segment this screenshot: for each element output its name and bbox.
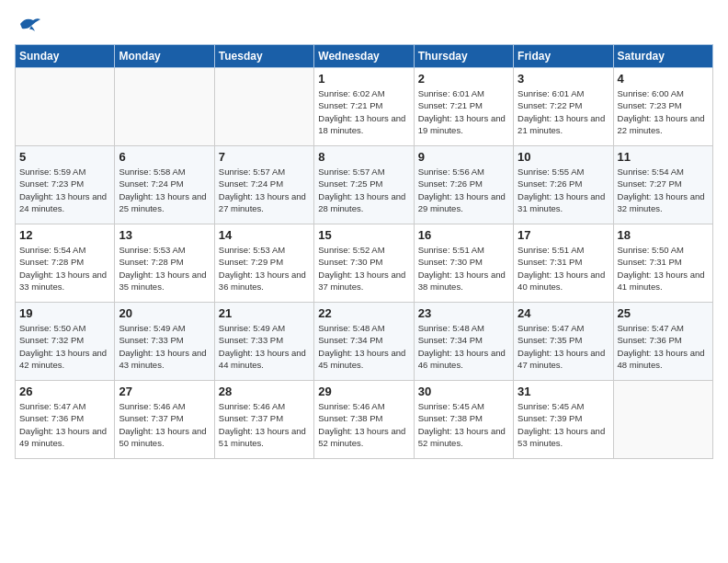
day-number: 9 [418, 150, 509, 164]
calendar-week-row: 12Sunrise: 5:54 AMSunset: 7:28 PMDayligh… [16, 224, 713, 303]
day-info: Sunrise: 6:02 AMSunset: 7:21 PMDaylight:… [318, 87, 409, 136]
day-number: 11 [618, 150, 709, 164]
day-info: Sunrise: 5:57 AMSunset: 7:25 PMDaylight:… [318, 166, 409, 214]
day-number: 19 [19, 306, 110, 320]
calendar-day-cell: 22Sunrise: 5:48 AMSunset: 7:34 PMDayligh… [314, 303, 414, 381]
logo-bird-icon [17, 15, 42, 33]
day-number: 22 [318, 306, 409, 320]
day-info: Sunrise: 5:53 AMSunset: 7:29 PMDaylight:… [219, 244, 310, 293]
day-number: 31 [518, 385, 609, 398]
day-info: Sunrise: 5:46 AMSunset: 7:37 PMDaylight:… [119, 400, 210, 449]
calendar-day-cell: 9Sunrise: 5:56 AMSunset: 7:26 PMDaylight… [414, 146, 513, 224]
day-info: Sunrise: 5:45 AMSunset: 7:38 PMDaylight:… [418, 400, 509, 449]
calendar-day-cell: 8Sunrise: 5:57 AMSunset: 7:25 PMDaylight… [314, 146, 414, 224]
calendar-day-cell [16, 68, 115, 146]
calendar-day-cell: 21Sunrise: 5:49 AMSunset: 7:33 PMDayligh… [214, 303, 313, 381]
day-info: Sunrise: 5:48 AMSunset: 7:34 PMDaylight:… [418, 322, 509, 371]
weekday-header-cell: Thursday [414, 45, 513, 68]
day-info: Sunrise: 5:53 AMSunset: 7:28 PMDaylight:… [119, 244, 210, 293]
weekday-header-cell: Monday [115, 45, 214, 68]
weekday-header-row: SundayMondayTuesdayWednesdayThursdayFrid… [16, 45, 713, 68]
day-number: 16 [418, 228, 509, 242]
calendar-day-cell: 6Sunrise: 5:58 AMSunset: 7:24 PMDaylight… [115, 146, 214, 224]
day-number: 6 [119, 150, 210, 164]
calendar-day-cell: 5Sunrise: 5:59 AMSunset: 7:23 PMDaylight… [16, 146, 115, 224]
calendar-week-row: 26Sunrise: 5:47 AMSunset: 7:36 PMDayligh… [16, 381, 713, 459]
day-number: 18 [618, 228, 709, 242]
day-info: Sunrise: 5:50 AMSunset: 7:31 PMDaylight:… [618, 244, 709, 293]
weekday-header-cell: Friday [514, 45, 613, 68]
day-info: Sunrise: 5:51 AMSunset: 7:30 PMDaylight:… [418, 244, 509, 293]
day-info: Sunrise: 5:46 AMSunset: 7:37 PMDaylight:… [219, 400, 310, 449]
calendar-day-cell: 27Sunrise: 5:46 AMSunset: 7:37 PMDayligh… [115, 381, 214, 459]
calendar-day-cell: 16Sunrise: 5:51 AMSunset: 7:30 PMDayligh… [414, 224, 513, 303]
calendar-day-cell: 18Sunrise: 5:50 AMSunset: 7:31 PMDayligh… [613, 224, 712, 303]
day-info: Sunrise: 5:45 AMSunset: 7:39 PMDaylight:… [518, 400, 609, 449]
day-number: 26 [19, 385, 110, 398]
calendar-day-cell [613, 381, 712, 459]
calendar-day-cell: 26Sunrise: 5:47 AMSunset: 7:36 PMDayligh… [16, 381, 115, 459]
day-number: 3 [518, 72, 609, 86]
day-info: Sunrise: 5:58 AMSunset: 7:24 PMDaylight:… [119, 166, 210, 214]
calendar-day-cell: 19Sunrise: 5:50 AMSunset: 7:32 PMDayligh… [16, 303, 115, 381]
day-info: Sunrise: 5:47 AMSunset: 7:36 PMDaylight:… [618, 322, 709, 371]
day-number: 20 [119, 306, 210, 320]
calendar-day-cell: 17Sunrise: 5:51 AMSunset: 7:31 PMDayligh… [514, 224, 613, 303]
day-info: Sunrise: 5:50 AMSunset: 7:32 PMDaylight:… [19, 322, 110, 371]
day-number: 4 [618, 72, 709, 86]
day-number: 27 [119, 385, 210, 398]
calendar-week-row: 5Sunrise: 5:59 AMSunset: 7:23 PMDaylight… [16, 146, 713, 224]
day-info: Sunrise: 5:47 AMSunset: 7:36 PMDaylight:… [19, 400, 110, 449]
calendar-day-cell: 11Sunrise: 5:54 AMSunset: 7:27 PMDayligh… [613, 146, 712, 224]
calendar-day-cell: 2Sunrise: 6:01 AMSunset: 7:21 PMDaylight… [414, 68, 513, 146]
day-number: 28 [219, 385, 310, 398]
calendar-body: 1Sunrise: 6:02 AMSunset: 7:21 PMDaylight… [16, 68, 713, 459]
calendar-day-cell: 25Sunrise: 5:47 AMSunset: 7:36 PMDayligh… [613, 303, 712, 381]
calendar-day-cell: 3Sunrise: 6:01 AMSunset: 7:22 PMDaylight… [514, 68, 613, 146]
day-info: Sunrise: 5:57 AMSunset: 7:24 PMDaylight:… [219, 166, 310, 214]
logo [15, 15, 42, 33]
calendar-day-cell: 14Sunrise: 5:53 AMSunset: 7:29 PMDayligh… [214, 224, 313, 303]
calendar-day-cell: 28Sunrise: 5:46 AMSunset: 7:37 PMDayligh… [214, 381, 313, 459]
calendar-day-cell: 24Sunrise: 5:47 AMSunset: 7:35 PMDayligh… [514, 303, 613, 381]
calendar-day-cell [214, 68, 313, 146]
day-info: Sunrise: 6:01 AMSunset: 7:21 PMDaylight:… [418, 87, 509, 136]
day-info: Sunrise: 5:59 AMSunset: 7:23 PMDaylight:… [19, 166, 110, 214]
calendar-day-cell: 13Sunrise: 5:53 AMSunset: 7:28 PMDayligh… [115, 224, 214, 303]
day-number: 25 [618, 306, 709, 320]
calendar-week-row: 1Sunrise: 6:02 AMSunset: 7:21 PMDaylight… [16, 68, 713, 146]
day-number: 5 [19, 150, 110, 164]
day-number: 7 [219, 150, 310, 164]
day-number: 17 [518, 228, 609, 242]
weekday-header-cell: Saturday [613, 45, 712, 68]
day-info: Sunrise: 5:51 AMSunset: 7:31 PMDaylight:… [518, 244, 609, 293]
calendar-day-cell: 23Sunrise: 5:48 AMSunset: 7:34 PMDayligh… [414, 303, 513, 381]
calendar-table: SundayMondayTuesdayWednesdayThursdayFrid… [15, 44, 713, 459]
day-info: Sunrise: 5:46 AMSunset: 7:38 PMDaylight:… [318, 400, 409, 449]
day-number: 12 [19, 228, 110, 242]
day-number: 14 [219, 228, 310, 242]
day-info: Sunrise: 5:48 AMSunset: 7:34 PMDaylight:… [318, 322, 409, 371]
day-info: Sunrise: 5:49 AMSunset: 7:33 PMDaylight:… [119, 322, 210, 371]
day-number: 15 [318, 228, 409, 242]
day-info: Sunrise: 6:01 AMSunset: 7:22 PMDaylight:… [518, 87, 609, 136]
calendar-day-cell: 20Sunrise: 5:49 AMSunset: 7:33 PMDayligh… [115, 303, 214, 381]
day-info: Sunrise: 5:55 AMSunset: 7:26 PMDaylight:… [518, 166, 609, 214]
page-header [15, 15, 713, 33]
calendar-day-cell: 30Sunrise: 5:45 AMSunset: 7:38 PMDayligh… [414, 381, 513, 459]
day-number: 13 [119, 228, 210, 242]
day-number: 30 [418, 385, 509, 398]
day-number: 2 [418, 72, 509, 86]
day-number: 23 [418, 306, 509, 320]
day-number: 29 [318, 385, 409, 398]
day-info: Sunrise: 5:54 AMSunset: 7:27 PMDaylight:… [618, 166, 709, 214]
calendar-day-cell: 12Sunrise: 5:54 AMSunset: 7:28 PMDayligh… [16, 224, 115, 303]
weekday-header-cell: Wednesday [314, 45, 414, 68]
weekday-header-cell: Tuesday [214, 45, 313, 68]
day-number: 21 [219, 306, 310, 320]
calendar-week-row: 19Sunrise: 5:50 AMSunset: 7:32 PMDayligh… [16, 303, 713, 381]
calendar-day-cell: 1Sunrise: 6:02 AMSunset: 7:21 PMDaylight… [314, 68, 414, 146]
day-number: 8 [318, 150, 409, 164]
calendar-day-cell: 29Sunrise: 5:46 AMSunset: 7:38 PMDayligh… [314, 381, 414, 459]
calendar-day-cell: 10Sunrise: 5:55 AMSunset: 7:26 PMDayligh… [514, 146, 613, 224]
